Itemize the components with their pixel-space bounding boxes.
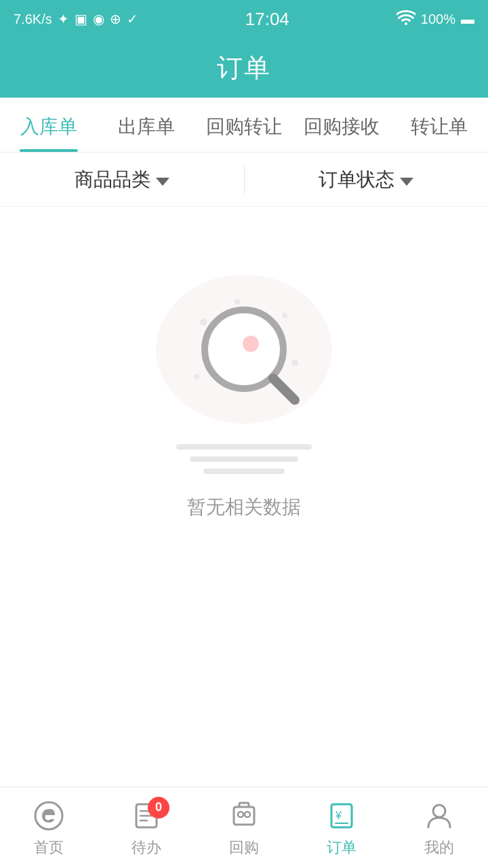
empty-illustration [142, 261, 346, 451]
svg-point-0 [200, 319, 207, 326]
repurchase-icon [226, 798, 262, 833]
tab-out-stock[interactable]: 出库单 [98, 98, 195, 152]
nav-repurchase[interactable]: 回购 [195, 798, 293, 858]
svg-point-6 [243, 336, 259, 352]
status-bar: 7.6K/s ✦ ▣ ◉ ⊕ ✓ 17:04 100% ▬ [0, 0, 488, 38]
chevron-down-icon [156, 169, 169, 191]
tabs-container: 入库单 出库单 回购转让 回购接收 转让单 [0, 98, 488, 153]
empty-line-1 [176, 444, 312, 450]
empty-line-2 [190, 456, 298, 462]
battery-text: 100% [421, 12, 455, 27]
signal-icon: ✦ [58, 11, 69, 27]
nav-orders-label: 订单 [327, 837, 357, 858]
svg-point-4 [235, 299, 240, 304]
mine-icon [422, 798, 457, 833]
svg-line-7 [273, 378, 295, 400]
tab-repurchase-transfer[interactable]: 回购转让 [195, 98, 293, 152]
icon3: ✓ [127, 11, 138, 27]
tab-in-stock[interactable]: 入库单 [0, 98, 98, 152]
speed-indicator: 7.6K/s [14, 12, 52, 27]
magnifier-icon [183, 288, 305, 424]
svg-point-1 [282, 313, 287, 318]
svg-text:¥: ¥ [335, 810, 342, 821]
svg-point-8 [35, 802, 62, 829]
nav-mine-label: 我的 [424, 837, 454, 858]
page-title: 订单 [217, 51, 271, 85]
svg-point-16 [245, 812, 250, 817]
svg-point-15 [238, 812, 243, 817]
icon2: ⊕ [110, 11, 121, 27]
empty-line-3 [203, 469, 285, 474]
nav-pending-label: 待办 [131, 837, 161, 858]
category-filter[interactable]: 商品品类 [0, 167, 244, 193]
nav-mine[interactable]: 我的 [390, 798, 488, 858]
nav-home-label: 首页 [34, 837, 64, 858]
status-filter[interactable]: 订单状态 [245, 167, 489, 193]
status-right: 100% ▬ [396, 10, 474, 28]
status-left: 7.6K/s ✦ ▣ ◉ ⊕ ✓ [14, 11, 138, 27]
chevron-down-icon-2 [400, 169, 413, 191]
svg-point-21 [433, 805, 445, 817]
empty-lines [176, 444, 312, 474]
battery-icon: ▬ [461, 12, 474, 27]
nav-repurchase-label: 回购 [229, 837, 259, 858]
wifi-icon [396, 10, 415, 28]
orders-icon: ¥ [324, 798, 359, 833]
bottom-nav: 首页 0 待办 回购 [0, 787, 488, 868]
status-filter-label: 订单状态 [319, 167, 394, 193]
sim-icon: ▣ [75, 11, 87, 27]
nav-pending[interactable]: 0 待办 [98, 798, 195, 858]
home-icon [31, 798, 66, 833]
tab-transfer[interactable]: 转让单 [390, 98, 488, 152]
nav-orders[interactable]: ¥ 订单 [293, 798, 390, 858]
tab-repurchase-receive[interactable]: 回购接收 [293, 98, 390, 152]
status-time: 17:04 [245, 9, 289, 30]
nav-home[interactable]: 首页 [0, 798, 98, 858]
pending-badge: 0 [148, 797, 169, 818]
svg-rect-14 [234, 807, 254, 825]
empty-state-text: 暂无相关数据 [187, 494, 301, 520]
category-filter-label: 商品品类 [75, 167, 150, 193]
empty-state: 暂无相关数据 [0, 207, 488, 561]
svg-point-2 [194, 374, 199, 379]
title-bar: 订单 [0, 38, 488, 98]
filter-bar: 商品品类 订单状态 [0, 153, 488, 207]
svg-point-3 [291, 359, 298, 366]
pending-icon: 0 [129, 798, 164, 833]
icon1: ◉ [93, 11, 104, 27]
